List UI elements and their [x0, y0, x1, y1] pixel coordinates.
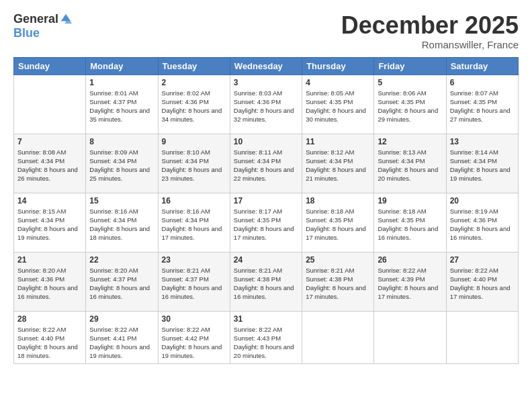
logo-general-text: General [13, 12, 58, 26]
table-row: 8 Sunrise: 8:09 AMSunset: 4:34 PMDayligh… [86, 134, 158, 193]
day-info: Sunrise: 8:11 AMSunset: 4:34 PMDaylight:… [234, 148, 298, 183]
day-info: Sunrise: 8:17 AMSunset: 4:35 PMDaylight:… [234, 207, 298, 242]
day-number: 20 [450, 196, 515, 205]
day-info: Sunrise: 8:18 AMSunset: 4:35 PMDaylight:… [306, 207, 370, 242]
location: Romanswiller, France [341, 39, 519, 50]
day-info: Sunrise: 8:06 AMSunset: 4:35 PMDaylight:… [378, 89, 442, 124]
table-row: 12 Sunrise: 8:13 AMSunset: 4:34 PMDaylig… [374, 134, 446, 193]
header-friday: Friday [374, 57, 446, 75]
table-row [302, 311, 374, 363]
day-number: 27 [450, 255, 515, 265]
day-number: 13 [450, 137, 515, 146]
day-info: Sunrise: 8:20 AMSunset: 4:36 PMDaylight:… [17, 266, 82, 302]
day-number: 18 [306, 196, 370, 205]
day-header-row: Sunday Monday Tuesday Wednesday Thursday… [14, 57, 519, 75]
table-row [374, 311, 446, 363]
title-section: December 2025 Romanswiller, France [341, 12, 519, 50]
day-info: Sunrise: 8:22 AMSunset: 4:39 PMDaylight:… [378, 266, 442, 302]
table-row: 11 Sunrise: 8:12 AMSunset: 4:34 PMDaylig… [302, 134, 374, 193]
table-row [446, 311, 518, 363]
page: General Blue December 2025 Romanswiller,… [0, 0, 532, 411]
day-number: 28 [17, 314, 82, 324]
day-number: 29 [89, 314, 154, 324]
header-wednesday: Wednesday [230, 57, 302, 75]
day-number: 22 [89, 255, 154, 265]
day-info: Sunrise: 8:05 AMSunset: 4:35 PMDaylight:… [306, 89, 370, 124]
day-number: 25 [306, 255, 370, 265]
table-row: 13 Sunrise: 8:14 AMSunset: 4:34 PMDaylig… [446, 134, 518, 193]
header: General Blue December 2025 Romanswiller,… [13, 12, 519, 50]
table-row: 19 Sunrise: 8:18 AMSunset: 4:35 PMDaylig… [374, 193, 446, 252]
day-info: Sunrise: 8:21 AMSunset: 4:38 PMDaylight:… [234, 266, 298, 302]
header-monday: Monday [86, 57, 158, 75]
day-number: 5 [378, 78, 442, 87]
header-tuesday: Tuesday [158, 57, 230, 75]
day-info: Sunrise: 8:12 AMSunset: 4:34 PMDaylight:… [306, 148, 370, 183]
day-number: 10 [234, 137, 298, 146]
day-info: Sunrise: 8:19 AMSunset: 4:36 PMDaylight:… [450, 207, 515, 242]
calendar-table: Sunday Monday Tuesday Wednesday Thursday… [13, 57, 519, 364]
day-info: Sunrise: 8:01 AMSunset: 4:37 PMDaylight:… [89, 89, 154, 124]
day-info: Sunrise: 8:13 AMSunset: 4:34 PMDaylight:… [378, 148, 442, 183]
table-row: 4 Sunrise: 8:05 AMSunset: 4:35 PMDayligh… [302, 75, 374, 134]
table-row: 27 Sunrise: 8:22 AMSunset: 4:40 PMDaylig… [446, 252, 518, 311]
table-row: 2 Sunrise: 8:02 AMSunset: 4:36 PMDayligh… [158, 75, 230, 134]
day-number: 19 [378, 196, 442, 205]
day-info: Sunrise: 8:22 AMSunset: 4:40 PMDaylight:… [17, 325, 82, 361]
table-row: 25 Sunrise: 8:21 AMSunset: 4:38 PMDaylig… [302, 252, 374, 311]
day-info: Sunrise: 8:22 AMSunset: 4:40 PMDaylight:… [450, 266, 515, 302]
day-number: 21 [17, 255, 82, 265]
day-info: Sunrise: 8:20 AMSunset: 4:37 PMDaylight:… [89, 266, 154, 302]
day-info: Sunrise: 8:22 AMSunset: 4:41 PMDaylight:… [89, 325, 154, 361]
day-info: Sunrise: 8:22 AMSunset: 4:43 PMDaylight:… [234, 325, 298, 361]
day-number: 15 [89, 196, 154, 205]
day-number: 31 [234, 314, 298, 324]
header-thursday: Thursday [302, 57, 374, 75]
logo: General Blue [13, 12, 72, 40]
header-sunday: Sunday [14, 57, 86, 75]
table-row: 15 Sunrise: 8:16 AMSunset: 4:34 PMDaylig… [86, 193, 158, 252]
day-info: Sunrise: 8:21 AMSunset: 4:38 PMDaylight:… [306, 266, 370, 302]
day-info: Sunrise: 8:15 AMSunset: 4:34 PMDaylight:… [17, 207, 82, 242]
day-info: Sunrise: 8:02 AMSunset: 4:36 PMDaylight:… [162, 89, 226, 124]
table-row: 3 Sunrise: 8:03 AMSunset: 4:36 PMDayligh… [230, 75, 302, 134]
day-number: 17 [234, 196, 298, 205]
logo-icon [60, 13, 72, 25]
day-number: 4 [306, 78, 370, 87]
day-number: 11 [306, 137, 370, 146]
table-row: 22 Sunrise: 8:20 AMSunset: 4:37 PMDaylig… [86, 252, 158, 311]
day-number: 30 [162, 314, 226, 324]
table-row: 26 Sunrise: 8:22 AMSunset: 4:39 PMDaylig… [374, 252, 446, 311]
day-number: 2 [162, 78, 226, 87]
logo-blue-text: Blue [13, 26, 40, 40]
day-info: Sunrise: 8:09 AMSunset: 4:34 PMDaylight:… [89, 148, 154, 183]
day-number: 24 [234, 255, 298, 265]
day-info: Sunrise: 8:03 AMSunset: 4:36 PMDaylight:… [234, 89, 298, 124]
table-row: 7 Sunrise: 8:08 AMSunset: 4:34 PMDayligh… [14, 134, 86, 193]
table-row: 31 Sunrise: 8:22 AMSunset: 4:43 PMDaylig… [230, 311, 302, 363]
day-info: Sunrise: 8:16 AMSunset: 4:34 PMDaylight:… [89, 207, 154, 242]
table-row: 9 Sunrise: 8:10 AMSunset: 4:34 PMDayligh… [158, 134, 230, 193]
table-row: 24 Sunrise: 8:21 AMSunset: 4:38 PMDaylig… [230, 252, 302, 311]
day-number: 8 [89, 137, 154, 146]
header-saturday: Saturday [446, 57, 518, 75]
table-row: 16 Sunrise: 8:16 AMSunset: 4:34 PMDaylig… [158, 193, 230, 252]
table-row: 29 Sunrise: 8:22 AMSunset: 4:41 PMDaylig… [86, 311, 158, 363]
day-info: Sunrise: 8:08 AMSunset: 4:34 PMDaylight:… [17, 148, 82, 183]
day-info: Sunrise: 8:16 AMSunset: 4:34 PMDaylight:… [162, 207, 226, 242]
day-number: 14 [17, 196, 82, 205]
day-number: 26 [378, 255, 442, 265]
day-number: 16 [162, 196, 226, 205]
table-row: 20 Sunrise: 8:19 AMSunset: 4:36 PMDaylig… [446, 193, 518, 252]
day-info: Sunrise: 8:21 AMSunset: 4:37 PMDaylight:… [162, 266, 226, 302]
month-title: December 2025 [341, 12, 519, 39]
table-row: 30 Sunrise: 8:22 AMSunset: 4:42 PMDaylig… [158, 311, 230, 363]
day-number: 3 [234, 78, 298, 87]
table-row: 1 Sunrise: 8:01 AMSunset: 4:37 PMDayligh… [86, 75, 158, 134]
table-row: 23 Sunrise: 8:21 AMSunset: 4:37 PMDaylig… [158, 252, 230, 311]
day-number: 23 [162, 255, 226, 265]
day-info: Sunrise: 8:14 AMSunset: 4:34 PMDaylight:… [450, 148, 515, 183]
table-row: 17 Sunrise: 8:17 AMSunset: 4:35 PMDaylig… [230, 193, 302, 252]
day-info: Sunrise: 8:07 AMSunset: 4:35 PMDaylight:… [450, 89, 515, 124]
table-row: 14 Sunrise: 8:15 AMSunset: 4:34 PMDaylig… [14, 193, 86, 252]
